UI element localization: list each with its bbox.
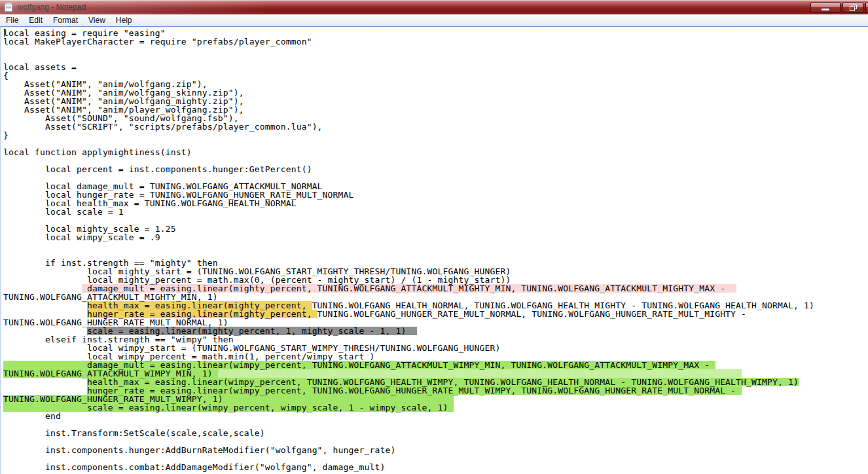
code-text: local scale = 1: [1, 207, 124, 217]
text-editor[interactable]: local easing = require "easing"local Mak…: [0, 27, 868, 474]
code-text: local percent = inst.components.hunger:G…: [1, 164, 312, 174]
code-text: Asset("SCRIPT", "scripts/prefabs/player_…: [1, 122, 323, 132]
editor-content: local easing = require "easing"local Mak…: [1, 29, 868, 471]
code-text: end: [1, 411, 61, 421]
code-text: local MakePlayerCharacter = require "pre…: [1, 37, 312, 46]
menu-item-edit[interactable]: Edit: [24, 14, 48, 27]
code-line: [1, 242, 868, 250]
text-caret: [4, 29, 5, 37]
minimize-icon: [822, 9, 829, 10]
minimize-button[interactable]: [810, 2, 841, 13]
titlebar[interactable]: wolfgang - Notepad: [0, 0, 868, 14]
code-line: scale = easing.linear(wimpy_percent, wim…: [1, 403, 868, 412]
code-line: local scale = 1: [1, 208, 868, 216]
code-text: local assets =: [1, 62, 77, 72]
code-line: local assets =: [1, 63, 868, 71]
menu-item-file[interactable]: File: [1, 14, 24, 27]
code-line: [1, 46, 868, 54]
code-line: Asset("SCRIPT", "scripts/prefabs/player_…: [1, 122, 868, 131]
code-text: local function applymightiness(inst): [1, 147, 192, 157]
code-line: end: [1, 412, 868, 420]
code-line: inst.Transform:SetScale(scale,scale,scal…: [1, 429, 868, 437]
code-line: local MakePlayerCharacter = require "pre…: [1, 37, 868, 46]
window-title: wolfgang - Notepad: [18, 3, 86, 12]
restore-icon: [850, 5, 857, 11]
code-text: inst.Transform:SetScale(scale,scale,scal…: [1, 428, 265, 438]
close-button[interactable]: [865, 2, 868, 13]
code-line: local wimpy_scale = .9: [1, 233, 868, 242]
code-line: local function applymightiness(inst): [1, 148, 868, 156]
code-line: local health_max = TUNING.WOLFGANG_HEALT…: [1, 199, 868, 208]
code-text: inst.components.combat:AddDamageModifier…: [1, 462, 386, 472]
notepad-icon: [3, 2, 14, 12]
menu-item-help[interactable]: Help: [111, 14, 137, 27]
code-text: local wimpy_scale = .9: [1, 232, 160, 242]
window-controls: [810, 2, 868, 13]
menu-item-view[interactable]: View: [83, 14, 111, 27]
restore-button[interactable]: [842, 2, 863, 13]
code-text: scale = easing.linear(wimpy_percent, wim…: [1, 403, 448, 412]
code-line: local percent = inst.components.hunger:G…: [1, 165, 868, 173]
code-line: inst.components.combat:AddDamageModifier…: [1, 463, 868, 471]
code-line: inst.components.hunger:AddBurnRateModifi…: [1, 446, 868, 454]
code-text: inst.components.hunger:AddBurnRateModifi…: [1, 445, 396, 455]
code-line: [1, 54, 868, 63]
menu-bar: FileEditFormatViewHelp: [0, 14, 868, 27]
code-line: }: [1, 131, 868, 139]
menu-item-format[interactable]: Format: [48, 14, 83, 27]
